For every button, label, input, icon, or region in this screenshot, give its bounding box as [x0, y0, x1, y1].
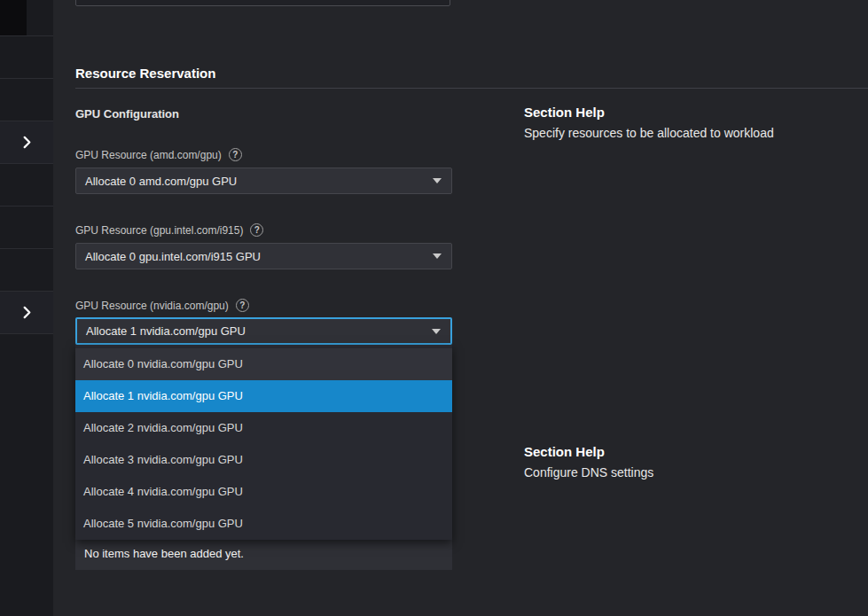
chevron-right-icon	[20, 306, 34, 319]
app-window: Resource Reservation GPU Configuration S…	[0, 0, 868, 616]
empty-list-message: No items have been added yet.	[84, 547, 244, 560]
select-value: Allocate 1 nvidia.com/gpu GPU	[86, 324, 246, 338]
gpu-intel-select[interactable]: Allocate 0 gpu.intel.com/i915 GPU	[75, 243, 452, 269]
gpu-nvidia-dropdown-menu: Allocate 0 nvidia.com/gpu GPU Allocate 1…	[75, 345, 452, 540]
section-help-title: Section Help	[524, 105, 774, 120]
section-help-gpu: Section Help Specify resources to be all…	[524, 105, 774, 140]
field-label-text: GPU Resource (gpu.intel.com/i915)	[75, 224, 243, 237]
page-section-title: Resource Reservation	[75, 66, 215, 81]
sidebar-divider	[0, 78, 53, 79]
gpu-nvidia-label: GPU Resource (nvidia.com/gpu) ?	[75, 299, 249, 312]
gpu-amd-label: GPU Resource (amd.com/gpu) ?	[75, 148, 242, 161]
dropdown-option-selected[interactable]: Allocate 1 nvidia.com/gpu GPU	[75, 380, 452, 412]
help-icon[interactable]: ?	[229, 148, 242, 161]
dropdown-option[interactable]: Allocate 0 nvidia.com/gpu GPU	[75, 348, 452, 380]
gpu-nvidia-select[interactable]: Allocate 1 nvidia.com/gpu GPU	[75, 317, 452, 345]
sidebar-logo-block	[0, 0, 27, 35]
chevron-down-icon	[433, 178, 442, 183]
dropdown-option[interactable]: Allocate 3 nvidia.com/gpu GPU	[75, 444, 452, 476]
sidebar-divider	[0, 333, 53, 334]
sidebar-divider	[0, 248, 53, 249]
sidebar-expand-button-1[interactable]	[0, 121, 53, 163]
field-label-text: GPU Resource (nvidia.com/gpu)	[75, 300, 229, 312]
gpu-configuration-heading: GPU Configuration	[75, 107, 179, 121]
sidebar-expand-button-2[interactable]	[0, 292, 53, 333]
gpu-intel-label: GPU Resource (gpu.intel.com/i915) ?	[75, 223, 263, 237]
sidebar	[0, 0, 53, 616]
gpu-amd-select[interactable]: Allocate 0 amd.com/gpu GPU	[75, 168, 452, 194]
dropdown-option[interactable]: Allocate 4 nvidia.com/gpu GPU	[75, 476, 452, 508]
text-input-partial[interactable]	[75, 0, 450, 6]
field-label-text: GPU Resource (amd.com/gpu)	[75, 149, 222, 161]
sidebar-divider	[0, 35, 53, 36]
dropdown-option[interactable]: Allocate 2 nvidia.com/gpu GPU	[75, 412, 452, 444]
section-help-dns: Section Help Configure DNS settings	[524, 444, 653, 480]
section-help-text: Configure DNS settings	[524, 465, 653, 480]
help-icon[interactable]: ?	[250, 223, 263, 237]
chevron-down-icon	[433, 253, 442, 259]
help-icon[interactable]: ?	[236, 299, 249, 312]
empty-list-banner: No items have been added yet.	[75, 537, 452, 570]
sidebar-divider	[0, 163, 53, 164]
dropdown-option[interactable]: Allocate 5 nvidia.com/gpu GPU	[75, 508, 452, 540]
chevron-right-icon	[20, 136, 34, 149]
section-help-title: Section Help	[524, 444, 653, 459]
select-value: Allocate 0 gpu.intel.com/i915 GPU	[85, 250, 261, 263]
sidebar-divider	[0, 206, 53, 207]
chevron-down-icon	[432, 329, 441, 334]
section-divider	[75, 88, 868, 89]
section-help-text: Specify resources to be allocated to wor…	[524, 126, 774, 140]
select-value: Allocate 0 amd.com/gpu GPU	[85, 175, 237, 188]
